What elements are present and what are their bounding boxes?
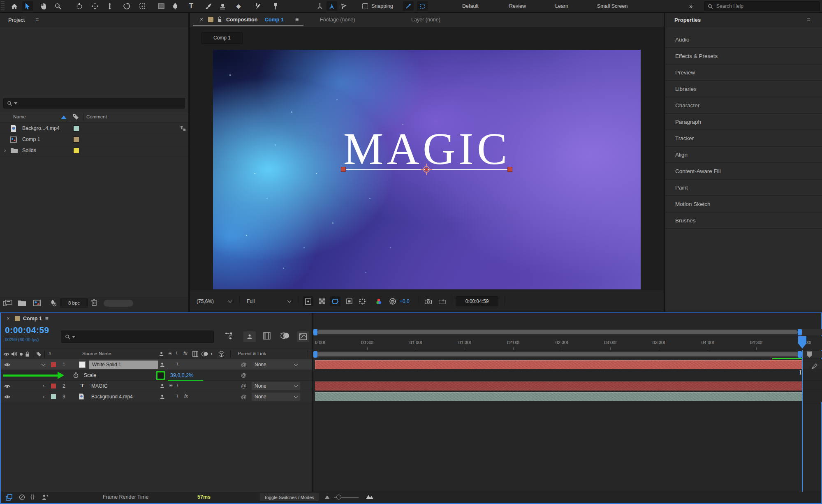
exposure-value[interactable]: +0,0: [400, 298, 410, 304]
rectangle-tool[interactable]: [156, 1, 167, 11]
layer-bar-white-solid[interactable]: [315, 360, 803, 369]
scale-value[interactable]: 39,0,0,2%: [170, 372, 193, 378]
panel-item-paragraph[interactable]: Paragraph: [665, 114, 822, 130]
layer-name[interactable]: Background 4.mp4: [91, 394, 133, 400]
eye-icon[interactable]: [4, 363, 10, 367]
project-search-input[interactable]: [19, 100, 175, 106]
resolution-dropdown[interactable]: Full: [247, 298, 255, 304]
project-footer-scrollbar[interactable]: [104, 300, 133, 307]
quality-column-icon[interactable]: /: [176, 351, 177, 356]
composition-mini-flowchart-icon[interactable]: [225, 332, 234, 340]
label-color-chip[interactable]: [73, 148, 79, 154]
panel-item-content-aware-fill[interactable]: Content-Aware Fill: [665, 163, 822, 180]
zoom-in-mountain-icon[interactable]: [366, 494, 373, 499]
frame-blending-icon[interactable]: [263, 332, 271, 340]
render-engine-icon[interactable]: [49, 299, 57, 307]
puppet-pin-tool[interactable]: [270, 1, 281, 11]
trash-icon[interactable]: [91, 299, 97, 306]
layer-bar-background[interactable]: [315, 392, 803, 401]
close-icon[interactable]: ×: [200, 16, 203, 23]
shy-column-icon[interactable]: [159, 351, 164, 357]
shy-switch-icon[interactable]: [160, 362, 165, 368]
collapse-layer-chevron[interactable]: [42, 362, 46, 366]
panel-item-paint[interactable]: Paint: [665, 180, 822, 196]
time-navigator-bar[interactable]: [317, 330, 798, 334]
project-column-name[interactable]: Name: [13, 114, 26, 119]
zoom-out-mountain-icon[interactable]: [325, 495, 329, 499]
eraser-tool[interactable]: ◆: [233, 1, 244, 11]
project-item-name[interactable]: Backgro...4.mp4: [22, 125, 60, 131]
world-axis-mode-icon[interactable]: [326, 1, 337, 11]
work-area-start-handle[interactable]: [313, 351, 317, 358]
pick-whip-icon[interactable]: @: [241, 372, 246, 378]
home-icon[interactable]: [9, 1, 20, 11]
playhead-line[interactable]: [802, 350, 803, 492]
pick-whip-icon[interactable]: @: [241, 361, 246, 368]
label-column-tag-icon[interactable]: [36, 351, 42, 357]
project-column-comment[interactable]: Comment: [86, 114, 107, 119]
interpret-footage-icon[interactable]: [3, 300, 12, 307]
column-divider[interactable]: [44, 350, 45, 358]
dolly-camera-tool[interactable]: [104, 1, 115, 11]
collapse-transformations-column-icon[interactable]: ☀: [168, 351, 172, 356]
sort-ascending-icon[interactable]: [61, 116, 67, 119]
label-color-chip[interactable]: [73, 125, 79, 132]
quality-switch[interactable]: /: [177, 393, 178, 399]
property-name[interactable]: Scale: [84, 372, 96, 378]
anchor-point-icon[interactable]: [421, 164, 432, 175]
viewer-tab-comp-name[interactable]: Comp 1: [265, 17, 284, 23]
parent-dropdown[interactable]: None: [252, 393, 300, 401]
crop-region-icon[interactable]: [357, 296, 368, 306]
snap-beyond-edges-icon[interactable]: [417, 1, 428, 11]
label-color-chip[interactable]: [73, 136, 79, 143]
workspace-default[interactable]: Default: [462, 3, 479, 9]
properties-panel-menu-icon[interactable]: ≡: [807, 16, 810, 23]
selection-tool[interactable]: [22, 1, 33, 11]
snap-along-edges-icon[interactable]: [403, 1, 414, 11]
pencil-marker-icon[interactable]: [812, 363, 817, 369]
motion-blur-icon[interactable]: [280, 332, 289, 339]
frame-blending-column-icon[interactable]: [192, 351, 198, 357]
motion-blur-column-icon[interactable]: [201, 351, 208, 356]
show-snapshot-icon[interactable]: [437, 296, 447, 306]
transparency-grid-icon[interactable]: [317, 296, 327, 306]
expand-chevron-icon[interactable]: ›: [43, 393, 44, 400]
stopwatch-icon[interactable]: [73, 372, 79, 378]
hide-shy-layers-toggle[interactable]: [243, 331, 256, 342]
mask-visibility-icon[interactable]: [330, 296, 340, 306]
new-folder-icon[interactable]: [18, 300, 26, 306]
new-composition-icon[interactable]: [33, 300, 41, 306]
region-of-interest-icon[interactable]: [344, 296, 354, 306]
column-divider[interactable]: [230, 350, 231, 358]
project-row-solids[interactable]: › Solids: [0, 145, 188, 156]
properties-title[interactable]: Properties: [674, 17, 701, 23]
local-axis-mode-icon[interactable]: [315, 1, 325, 11]
viewer-tab-footage[interactable]: Footage (none): [320, 17, 355, 23]
brush-tool[interactable]: [203, 1, 214, 11]
layer-row-magic[interactable]: › 2 T MAGIC ☀ / @ None: [1, 381, 312, 391]
pick-whip-icon[interactable]: @: [241, 393, 246, 400]
work-area-end-handle[interactable]: [798, 351, 802, 358]
orbit-camera-tool[interactable]: [74, 1, 85, 11]
close-icon[interactable]: ×: [7, 315, 10, 321]
viewer-tab-composition[interactable]: Composition: [226, 17, 257, 23]
channel-rgb-icon[interactable]: [374, 296, 385, 306]
graph-row[interactable]: [313, 370, 822, 381]
exposure-shutter-icon[interactable]: [387, 296, 398, 306]
project-row-footage[interactable]: Backgro...4.mp4: [0, 123, 188, 134]
zoom-level-dropdown[interactable]: (75,6%): [197, 298, 214, 304]
lock-column-icon[interactable]: [25, 351, 30, 357]
panel-item-libraries[interactable]: Libraries: [665, 81, 822, 97]
panel-item-audio[interactable]: Audio: [665, 32, 822, 48]
layer-name[interactable]: MAGIC: [91, 383, 107, 389]
toolbar-grip[interactable]: [1, 1, 5, 11]
view-axis-mode-icon[interactable]: [338, 1, 349, 11]
eye-icon[interactable]: [4, 395, 10, 399]
navigator-start-handle[interactable]: [313, 329, 317, 335]
source-name-column-header[interactable]: Source Name: [82, 351, 111, 356]
type-tool[interactable]: T: [186, 1, 197, 11]
viewer-comp-subtab[interactable]: Comp 1: [201, 32, 243, 44]
3d-layer-column-icon[interactable]: [219, 351, 224, 357]
roto-brush-tool[interactable]: [252, 1, 263, 11]
viewer-panel-menu-icon[interactable]: ≡: [295, 16, 299, 23]
